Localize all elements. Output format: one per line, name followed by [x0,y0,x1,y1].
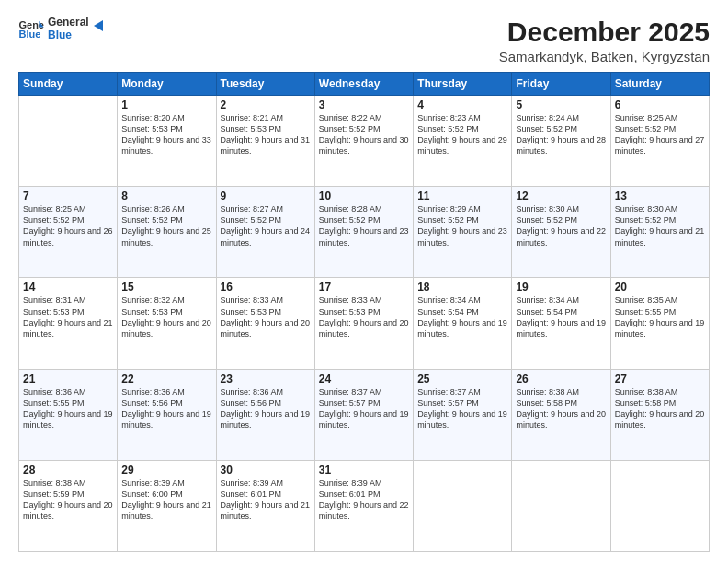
sunrise-text: Sunrise: 8:26 AM [121,203,211,214]
sunrise-text: Sunrise: 8:34 AM [516,294,606,305]
cell-info: Sunrise: 8:39 AMSunset: 6:01 PMDaylight:… [319,477,409,523]
sunrise-text: Sunrise: 8:29 AM [417,203,507,214]
table-row: 28Sunrise: 8:38 AMSunset: 5:59 PMDayligh… [19,460,118,551]
logo-icon: General Blue [18,19,44,40]
cell-info: Sunrise: 8:36 AMSunset: 5:56 PMDaylight:… [221,386,311,431]
cell-info: Sunrise: 8:31 AMSunset: 5:53 PMDaylight:… [23,294,113,339]
daylight-text: Daylight: 9 hours and 24 minutes. [221,225,311,247]
logo-arrow-icon [90,18,105,33]
sunset-text: Sunset: 5:54 PM [516,306,606,317]
sunset-text: Sunset: 6:01 PM [221,488,311,500]
header: General Blue General Blue December 2025 … [18,17,710,64]
cell-info: Sunrise: 8:39 AMSunset: 6:01 PMDaylight:… [221,477,311,523]
sunset-text: Sunset: 5:52 PM [23,214,113,225]
sunrise-text: Sunrise: 8:30 AM [615,203,705,214]
table-row: 3Sunrise: 8:22 AMSunset: 5:52 PMDaylight… [314,96,413,187]
sunset-text: Sunset: 5:53 PM [23,306,113,317]
svg-text:Blue: Blue [18,29,40,40]
sunset-text: Sunset: 5:56 PM [221,397,311,408]
day-number: 23 [221,373,311,385]
day-number: 10 [319,190,409,202]
calendar-header-row: Sunday Monday Tuesday Wednesday Thursday… [19,73,710,96]
daylight-text: Daylight: 9 hours and 20 minutes. [615,408,705,431]
cell-info: Sunrise: 8:36 AMSunset: 5:55 PMDaylight:… [23,386,113,431]
sunrise-text: Sunrise: 8:39 AM [319,477,409,488]
cell-info: Sunrise: 8:32 AMSunset: 5:53 PMDaylight:… [121,294,211,339]
calendar-week-row: 7Sunrise: 8:25 AMSunset: 5:52 PMDaylight… [19,187,710,278]
table-row: 1Sunrise: 8:20 AMSunset: 5:53 PMDaylight… [118,96,216,187]
sunset-text: Sunset: 5:53 PM [121,306,211,317]
sunset-text: Sunset: 5:52 PM [121,214,211,225]
day-number: 14 [23,281,113,293]
sunset-text: Sunset: 5:58 PM [516,397,606,408]
day-number: 18 [417,281,507,293]
cell-info: Sunrise: 8:34 AMSunset: 5:54 PMDaylight:… [516,294,606,339]
day-number: 11 [417,190,507,202]
daylight-text: Daylight: 9 hours and 30 minutes. [319,134,409,156]
svg-marker-3 [94,20,103,31]
col-tuesday: Tuesday [216,73,314,96]
daylight-text: Daylight: 9 hours and 31 minutes. [221,134,311,156]
sunrise-text: Sunrise: 8:39 AM [221,477,311,488]
table-row: 21Sunrise: 8:36 AMSunset: 5:55 PMDayligh… [19,369,118,460]
col-sunday: Sunday [19,73,118,96]
cell-info: Sunrise: 8:20 AMSunset: 5:53 PMDaylight:… [121,112,211,157]
daylight-text: Daylight: 9 hours and 19 minutes. [417,408,507,431]
day-number: 12 [516,190,606,202]
calendar-week-row: 1Sunrise: 8:20 AMSunset: 5:53 PMDaylight… [19,96,710,187]
sunrise-text: Sunrise: 8:33 AM [221,294,311,305]
table-row: 26Sunrise: 8:38 AMSunset: 5:58 PMDayligh… [512,369,610,460]
sunrise-text: Sunrise: 8:36 AM [121,386,211,397]
table-row: 16Sunrise: 8:33 AMSunset: 5:53 PMDayligh… [216,278,314,369]
day-number: 9 [221,190,311,202]
table-row: 25Sunrise: 8:37 AMSunset: 5:57 PMDayligh… [414,369,512,460]
daylight-text: Daylight: 9 hours and 28 minutes. [516,134,606,156]
sunset-text: Sunset: 5:52 PM [516,214,606,225]
day-number: 28 [23,464,113,477]
col-friday: Friday [512,73,610,96]
daylight-text: Daylight: 9 hours and 25 minutes. [121,225,211,247]
sunrise-text: Sunrise: 8:23 AM [417,112,507,123]
sunrise-text: Sunrise: 8:36 AM [23,386,113,397]
sunrise-text: Sunrise: 8:24 AM [516,112,606,123]
cell-info: Sunrise: 8:35 AMSunset: 5:55 PMDaylight:… [615,294,705,339]
daylight-text: Daylight: 9 hours and 23 minutes. [319,225,409,247]
table-row: 10Sunrise: 8:28 AMSunset: 5:52 PMDayligh… [314,187,413,278]
sunset-text: Sunset: 6:01 PM [319,488,409,500]
day-number: 19 [516,281,606,293]
daylight-text: Daylight: 9 hours and 21 minutes. [23,317,113,339]
sunset-text: Sunset: 5:53 PM [221,123,311,134]
table-row [610,460,709,551]
sunrise-text: Sunrise: 8:30 AM [516,203,606,214]
daylight-text: Daylight: 9 hours and 29 minutes. [417,134,507,156]
table-row: 11Sunrise: 8:29 AMSunset: 5:52 PMDayligh… [414,187,512,278]
col-monday: Monday [118,73,216,96]
sunset-text: Sunset: 5:52 PM [319,123,409,134]
daylight-text: Daylight: 9 hours and 21 minutes. [121,500,211,522]
main-title: December 2025 [499,17,710,47]
sunrise-text: Sunrise: 8:38 AM [23,477,113,488]
day-number: 25 [417,373,507,385]
daylight-text: Daylight: 9 hours and 21 minutes. [221,500,311,522]
sunrise-text: Sunrise: 8:37 AM [319,386,409,397]
sunrise-text: Sunrise: 8:28 AM [319,203,409,214]
logo: General Blue General Blue [18,17,105,42]
sunset-text: Sunset: 5:55 PM [615,306,705,317]
table-row: 14Sunrise: 8:31 AMSunset: 5:53 PMDayligh… [19,278,118,369]
table-row: 20Sunrise: 8:35 AMSunset: 5:55 PMDayligh… [610,278,709,369]
day-number: 29 [121,464,211,477]
day-number: 5 [516,98,606,111]
day-number: 27 [615,373,705,385]
table-row [414,460,512,551]
day-number: 15 [121,281,211,293]
sunset-text: Sunset: 5:57 PM [417,397,507,408]
cell-info: Sunrise: 8:36 AMSunset: 5:56 PMDaylight:… [121,386,211,431]
sunrise-text: Sunrise: 8:25 AM [615,112,705,123]
sunset-text: Sunset: 5:55 PM [23,397,113,408]
cell-info: Sunrise: 8:30 AMSunset: 5:52 PMDaylight:… [615,203,705,248]
table-row: 27Sunrise: 8:38 AMSunset: 5:58 PMDayligh… [610,369,709,460]
day-number: 24 [319,373,409,385]
sunrise-text: Sunrise: 8:32 AM [121,294,211,305]
sunset-text: Sunset: 5:53 PM [319,306,409,317]
sunrise-text: Sunrise: 8:33 AM [319,294,409,305]
